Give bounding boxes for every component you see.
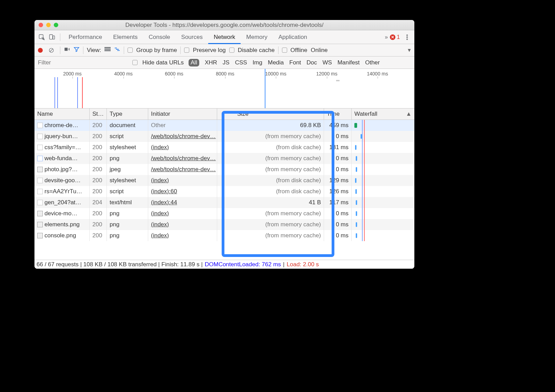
- inspect-element-icon[interactable]: [37, 32, 47, 42]
- request-name: photo.jpg?…: [44, 166, 78, 173]
- filter-type-other[interactable]: Other: [365, 59, 380, 66]
- request-initiator[interactable]: /web/tools/chrome-dev…: [148, 131, 217, 142]
- hide-data-urls-checkbox[interactable]: [132, 60, 138, 65]
- view-large-icon[interactable]: [104, 46, 111, 54]
- network-request-list: chrome-de…200documentOther69.8 KB459 msj…: [34, 120, 414, 260]
- col-time[interactable]: Time: [324, 109, 352, 120]
- request-initiator[interactable]: (index):60: [148, 186, 217, 197]
- offline-checkbox[interactable]: [282, 48, 287, 53]
- file-type-icon: [37, 233, 43, 238]
- table-row[interactable]: gen_204?at…204text/html(index):4441 B117…: [34, 197, 414, 208]
- request-waterfall: [352, 164, 414, 175]
- separator: [180, 47, 181, 54]
- request-size: 69.8 KB: [217, 120, 324, 131]
- request-status: 200: [90, 153, 107, 164]
- request-initiator[interactable]: (index): [148, 175, 217, 186]
- request-waterfall: [352, 153, 414, 164]
- tab-console[interactable]: Console: [143, 30, 175, 44]
- devtools-window: { "title": "Developer Tools - https://de…: [34, 20, 414, 269]
- request-initiator[interactable]: (index): [148, 208, 217, 219]
- separator: [124, 47, 124, 54]
- request-type: stylesheet: [107, 175, 148, 186]
- filter-type-img[interactable]: Img: [253, 59, 262, 66]
- request-initiator[interactable]: (index):44: [148, 197, 217, 208]
- timeline-overview[interactable]: 2000 ms4000 ms6000 ms8000 ms10000 ms1200…: [34, 69, 414, 109]
- request-name: chrome-de…: [44, 122, 78, 129]
- table-row[interactable]: web-funda…200png/web/tools/chrome-dev…(f…: [34, 153, 414, 164]
- filter-type-css[interactable]: CSS: [235, 59, 247, 66]
- table-row[interactable]: rs=AA2YrTu…200script(index):60(from disk…: [34, 186, 414, 197]
- filter-type-doc[interactable]: Doc: [306, 59, 317, 66]
- table-row[interactable]: device-mo…200png(index)(from memory cach…: [34, 208, 414, 219]
- close-window-button[interactable]: [39, 23, 43, 27]
- request-initiator[interactable]: (index): [148, 230, 217, 241]
- minimize-window-button[interactable]: [46, 23, 51, 27]
- zoom-window-button[interactable]: [54, 23, 58, 27]
- tab-application[interactable]: Application: [273, 30, 313, 44]
- tab-network[interactable]: Network: [208, 30, 241, 44]
- view-waterfall-icon[interactable]: [114, 46, 120, 54]
- table-row[interactable]: chrome-de…200documentOther69.8 KB459 ms: [34, 120, 414, 131]
- filter-type-ws[interactable]: WS: [323, 59, 332, 66]
- throttling-dropdown-icon[interactable]: ▾: [408, 47, 411, 54]
- filter-type-font[interactable]: Font: [289, 59, 301, 66]
- more-options-icon[interactable]: [402, 32, 412, 42]
- table-row[interactable]: css?family=…200stylesheet(index)(from di…: [34, 142, 414, 153]
- error-count-badge[interactable]: ✕1: [390, 34, 400, 40]
- request-time: 0 ms: [324, 208, 352, 219]
- sort-indicator-icon: ▲: [406, 111, 412, 117]
- filter-type-xhr[interactable]: XHR: [205, 59, 217, 66]
- request-time: 129 ms: [324, 175, 352, 186]
- table-row[interactable]: elements.png200png(index)(from memory ca…: [34, 219, 414, 230]
- group-by-frame-checkbox[interactable]: [128, 48, 133, 53]
- request-waterfall: [352, 208, 414, 219]
- filter-type-media[interactable]: Media: [268, 59, 284, 66]
- filter-type-js[interactable]: JS: [223, 59, 230, 66]
- col-name[interactable]: Name: [34, 109, 90, 120]
- request-type: stylesheet: [107, 142, 148, 153]
- col-type[interactable]: Type: [107, 109, 148, 120]
- tab-elements[interactable]: Elements: [108, 30, 143, 44]
- col-initiator[interactable]: Initiator: [148, 109, 217, 120]
- status-domcontentloaded: DOMContentLoaded: 762 ms: [205, 261, 281, 268]
- timeline-tick: 10000 ms: [265, 71, 286, 76]
- request-type: png: [107, 208, 148, 219]
- online-dropdown[interactable]: Online: [311, 47, 327, 54]
- request-initiator[interactable]: /web/tools/chrome-dev…: [148, 153, 217, 164]
- camera-icon[interactable]: [64, 46, 70, 54]
- svg-point-4: [407, 37, 408, 38]
- request-type: script: [107, 131, 148, 142]
- request-time: 117 ms: [324, 197, 352, 208]
- table-row[interactable]: photo.jpg?…200jpeg/web/tools/chrome-dev……: [34, 164, 414, 175]
- col-status[interactable]: St…: [90, 109, 107, 120]
- request-initiator[interactable]: (index): [148, 142, 217, 153]
- filter-toggle-icon[interactable]: [73, 46, 80, 54]
- preserve-log-checkbox[interactable]: [184, 48, 189, 53]
- record-button[interactable]: [38, 48, 43, 53]
- clear-button[interactable]: [46, 45, 57, 55]
- tab-performance[interactable]: Performance: [63, 30, 108, 44]
- request-waterfall: [352, 186, 414, 197]
- table-row[interactable]: devsite-goo…200stylesheet(index)(from di…: [34, 175, 414, 186]
- filter-input[interactable]: [34, 57, 128, 69]
- request-waterfall: [352, 142, 414, 153]
- request-initiator[interactable]: /web/tools/chrome-dev…: [148, 164, 217, 175]
- toggle-device-toolbar-icon[interactable]: [47, 32, 57, 42]
- tab-memory[interactable]: Memory: [241, 30, 273, 44]
- request-initiator[interactable]: Other: [148, 120, 217, 131]
- tab-sources[interactable]: Sources: [176, 30, 208, 44]
- window-titlebar: Developer Tools - https://developers.goo…: [34, 20, 414, 30]
- filter-type-all[interactable]: All: [189, 59, 199, 66]
- svg-rect-7: [104, 47, 111, 48]
- request-waterfall: [352, 230, 414, 241]
- table-row[interactable]: jquery-bun…200script/web/tools/chrome-de…: [34, 131, 414, 142]
- col-size[interactable]: Size: [217, 109, 324, 120]
- filter-type-manifest[interactable]: Manifest: [337, 59, 360, 66]
- request-initiator[interactable]: (index): [148, 219, 217, 230]
- col-waterfall[interactable]: Waterfall▲: [352, 109, 414, 120]
- disable-cache-checkbox[interactable]: [229, 48, 234, 53]
- request-name: console.png: [44, 232, 76, 239]
- overflow-tabs-icon[interactable]: »: [385, 34, 388, 40]
- panel-tabs: PerformanceElementsConsoleSourcesNetwork…: [34, 30, 414, 44]
- table-row[interactable]: console.png200png(index)(from memory cac…: [34, 230, 414, 241]
